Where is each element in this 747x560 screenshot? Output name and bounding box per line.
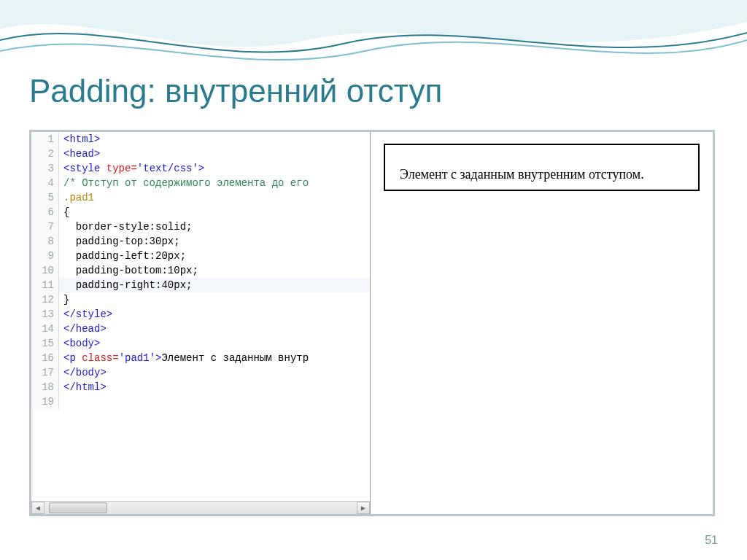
scroll-right-arrow-icon[interactable]: ► <box>357 502 370 514</box>
code-line: 18</html> <box>31 380 370 394</box>
horizontal-scrollbar[interactable]: ◄ ► <box>31 501 370 514</box>
slide-title: Padding: внутренний отступ <box>29 73 442 109</box>
code-line: 10 padding-bottom:10px; <box>31 263 370 278</box>
scroll-left-arrow-icon[interactable]: ◄ <box>31 502 44 514</box>
demo-padded-element: Элемент с заданным внутренним отступом. <box>384 144 700 191</box>
code-line: 12} <box>31 292 370 307</box>
code-line: 7 border-style:solid; <box>31 219 370 234</box>
code-line: 8 padding-top:30px; <box>31 234 370 249</box>
code-line: 2<head> <box>31 147 370 161</box>
scroll-thumb[interactable] <box>49 502 107 513</box>
code-line: 4/* Отступ от содержимого элемента до ег… <box>31 176 370 190</box>
decorative-wave <box>0 0 747 80</box>
slide: Padding: внутренний отступ 1<html> 2<hea… <box>0 0 747 560</box>
code-line: 19 <box>31 394 370 409</box>
code-line: 17</body> <box>31 365 370 380</box>
code-line: 6{ <box>31 205 370 219</box>
code-area: 1<html> 2<head> 3<style type='text/css'>… <box>31 132 370 501</box>
code-line-highlighted: 11 padding-right:40px; <box>31 278 370 292</box>
code-line: 15<body> <box>31 336 370 351</box>
code-line: 3<style type='text/css'> <box>31 161 370 176</box>
page-number: 51 <box>705 534 718 547</box>
preview-pane: Элемент с заданным внутренним отступом. <box>371 132 713 514</box>
code-line: 14</head> <box>31 322 370 336</box>
code-editor-pane: 1<html> 2<head> 3<style type='text/css'>… <box>31 132 371 514</box>
code-line: 1<html> <box>31 132 370 147</box>
code-line: 5.pad1 <box>31 190 370 205</box>
code-line: 9 padding-left:20px; <box>31 249 370 263</box>
content-frame: 1<html> 2<head> 3<style type='text/css'>… <box>29 130 715 516</box>
code-line: 13</style> <box>31 307 370 322</box>
code-line: 16<p class='pad1'>Элемент с заданным вну… <box>31 351 370 365</box>
